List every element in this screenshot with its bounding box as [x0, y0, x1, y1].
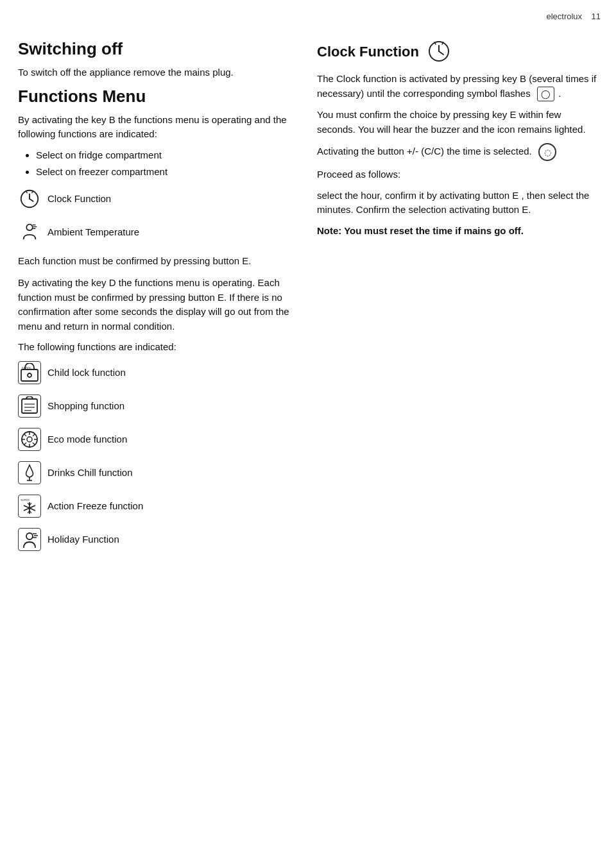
list-item: Shopping function: [18, 394, 294, 418]
list-item: Select on fridge compartment: [36, 148, 294, 163]
right-column: Clock Function The Clock function is act…: [317, 39, 598, 561]
svg-line-23: [33, 443, 35, 445]
drinkschill-icon: [18, 461, 41, 484]
list-item: Holiday Function: [18, 528, 294, 551]
eco-label: Eco mode function: [47, 432, 127, 446]
clock-text-1: The Clock function is activated by press…: [317, 72, 598, 101]
clock-text-3: Activating the button +/- (C/C) the time…: [317, 143, 598, 161]
clock-text-2: You must confirm the choice by pressing …: [317, 108, 598, 137]
shopping-label: Shopping function: [47, 399, 124, 412]
icon-list-top: Clock Function Ambient Temperature: [18, 187, 294, 244]
svg-line-24: [33, 434, 35, 436]
switching-off-title: Switching off: [18, 39, 294, 59]
ambient-temperature-icon: [18, 221, 41, 244]
dial-icon: ◌: [538, 143, 556, 161]
svg-rect-12: [22, 399, 37, 413]
actionfreeze-label: Action Freeze function: [47, 499, 143, 513]
clock-function-header: Clock Function: [317, 39, 598, 65]
svg-point-36: [26, 533, 33, 539]
childlock-icon: SUPER: [18, 361, 41, 384]
svg-text:SUPER: SUPER: [21, 498, 30, 502]
confirm-text: Each function must be confirmed by press…: [18, 254, 294, 269]
page-header: electrolux 11: [0, 0, 616, 28]
list-item: Ambient Temperature: [18, 221, 294, 244]
left-column: Switching off To switch off the applianc…: [18, 39, 294, 561]
note-text: Note: You must reset the time if mains g…: [317, 225, 524, 236]
shopping-icon: [18, 394, 41, 418]
functions-menu-intro: By activating the key B the functions me…: [18, 113, 294, 142]
svg-text:SUPER: SUPER: [22, 366, 31, 369]
functions-menu-title: Functions Menu: [18, 87, 294, 106]
list-item: SUPER Child lock function: [18, 361, 294, 384]
clock-function-icon: [18, 187, 41, 210]
key-d-intro: By activating the key D the functions me…: [18, 276, 294, 334]
ambient-temperature-label: Ambient Temperature: [47, 225, 139, 239]
list-item: Eco mode function: [18, 428, 294, 451]
page-number: 11: [592, 12, 601, 21]
drinkschill-label: Drinks Chill function: [47, 466, 133, 479]
list-item: Select on freezer compartment: [36, 165, 294, 180]
clock-text-5: select the hour, confirm it by activatin…: [317, 189, 598, 217]
svg-point-10: [28, 373, 31, 377]
clock-note: Note: You must reset the time if mains g…: [317, 224, 598, 239]
list-item: Clock Function: [18, 187, 294, 210]
switching-off-text: To switch off the appliance remove the m…: [18, 65, 294, 80]
svg-line-42: [439, 51, 443, 55]
content-wrapper: Switching off To switch off the applianc…: [0, 28, 616, 579]
svg-point-17: [27, 437, 32, 442]
eco-icon: [18, 428, 41, 451]
holiday-icon: [18, 528, 41, 551]
following-functions-text: The following functions are indicated:: [18, 340, 294, 355]
symbol-flash: ◯ .: [533, 88, 561, 99]
icon-list-bottom: SUPER Child lock function Shopping fu: [18, 361, 294, 551]
svg-line-25: [24, 443, 27, 445]
holiday-label: Holiday Function: [47, 532, 119, 546]
clock-function-label: Clock Function: [47, 192, 111, 205]
childlock-label: Child lock function: [47, 366, 126, 379]
list-item: Drinks Chill function: [18, 461, 294, 484]
bullet-list: Select on fridge compartment Select on f…: [36, 148, 294, 180]
svg-point-5: [26, 225, 32, 230]
svg-line-2: [30, 199, 33, 201]
svg-rect-9: [21, 369, 38, 381]
svg-line-22: [24, 434, 27, 436]
list-item: SUPER Action Freeze function: [18, 495, 294, 518]
actionfreeze-icon: SUPER: [18, 495, 41, 518]
clock-text-4: Proceed as follows:: [317, 167, 598, 182]
clock-header-icon: [427, 39, 451, 65]
brand-name: electrolux: [546, 12, 582, 21]
clock-symbol-inline: ◯: [537, 87, 554, 102]
clock-function-title: Clock Function: [317, 44, 419, 60]
